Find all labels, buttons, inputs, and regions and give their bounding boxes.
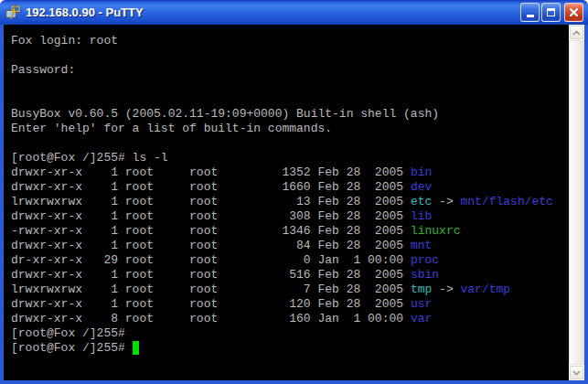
terminal-line: BusyBox v0.60.5 (2005.02.11-19:09+0000) … [11, 107, 569, 122]
terminal-line: drwxr-xr-x 1 root root 1352 Feb 28 2005 … [11, 165, 569, 180]
terminal-text-segment: etc [411, 195, 432, 208]
terminal-line: drwxr-xr-x 1 root root 308 Feb 28 2005 l… [11, 209, 569, 224]
window-title: 192.168.0.90 - PuTTY [26, 5, 520, 19]
terminal-text-segment: drwxr-xr-x 1 root root 120 Feb 28 2005 [11, 297, 411, 311]
terminal-client-area: Fox login: rootPassword:BusyBox v0.60.5 … [4, 25, 584, 380]
terminal-text-segment: lrwxrwxrwx 1 root root 13 Feb 28 2005 [11, 195, 411, 208]
minimize-icon [527, 15, 534, 17]
terminal-text-segment: mnt [411, 239, 432, 252]
terminal-text-segment: lrwxrwxrwx 1 root root 7 Feb 28 2005 [11, 283, 411, 296]
terminal-text-segment: [root@Fox /]255# ls -l [11, 151, 168, 165]
scrollbar[interactable] [569, 25, 584, 380]
terminal-line: Password: [11, 63, 569, 78]
terminal-line: drwxr-xr-x 1 root root 516 Feb 28 2005 s… [11, 268, 569, 283]
terminal-text-segment: var [411, 312, 432, 325]
terminal-line: -rwxr-xr-x 1 root root 1346 Feb 28 2005 … [11, 224, 569, 239]
terminal-text-segment: tmp [411, 283, 432, 296]
scroll-down-button[interactable] [569, 365, 584, 380]
terminal-line: drwxr-xr-x 1 root root 1660 Feb 28 2005 … [11, 180, 569, 195]
terminal-text-segment: dev [411, 180, 432, 194]
terminal-line [11, 136, 569, 151]
close-icon [568, 6, 580, 18]
terminal-text-segment: sbin [411, 268, 439, 282]
terminal-text-segment: Fox login: root [11, 34, 118, 48]
terminal-text-segment: -> [432, 195, 460, 208]
terminal-text-segment: dr-xr-xr-x 29 root root 0 Jan 1 00:00 [11, 253, 411, 267]
putty-icon [5, 5, 21, 20]
terminal-text-segment: drwxr-xr-x 1 root root 84 Feb 28 2005 [11, 239, 411, 252]
chevron-down-icon [572, 370, 581, 376]
terminal-text-segment: [root@Fox /]255# [11, 326, 125, 340]
terminal-text-segment: linuxrc [411, 224, 461, 238]
scroll-up-button[interactable] [569, 25, 584, 40]
terminal-text-segment: Enter 'help' for a list of built-in comm… [11, 122, 332, 135]
terminal-line [11, 48, 569, 63]
terminal-text-segment: drwxr-xr-x 1 root root 1660 Feb 28 2005 [11, 180, 411, 194]
terminal-text-segment: drwxr-xr-x 1 root root 516 Feb 28 2005 [11, 268, 411, 282]
terminal-text-segment: drwxr-xr-x 8 root root 160 Jan 1 00:00 [11, 312, 411, 325]
terminal-text-segment: lib [411, 209, 432, 223]
terminal-text-segment: BusyBox v0.60.5 (2005.02.11-19:09+0000) … [11, 107, 439, 121]
terminal-line: lrwxrwxrwx 1 root root 13 Feb 28 2005 et… [11, 195, 569, 209]
terminal-line: lrwxrwxrwx 1 root root 7 Feb 28 2005 tmp… [11, 283, 569, 297]
terminal-line: [root@Fox /]255# [11, 326, 569, 341]
terminal-line: drwxr-xr-x 1 root root 120 Feb 28 2005 u… [11, 297, 569, 312]
maximize-icon [547, 8, 555, 16]
terminal-text-segment: drwxr-xr-x 1 root root 1352 Feb 28 2005 [11, 165, 411, 179]
chevron-up-icon [572, 30, 581, 36]
terminal-line [11, 78, 569, 92]
terminal-line: Fox login: root [11, 34, 569, 48]
terminal-text-segment: Password: [11, 63, 75, 77]
close-button[interactable] [564, 3, 583, 22]
terminal-text-segment: [root@Fox /]255# [11, 341, 133, 355]
terminal-screen[interactable]: Fox login: rootPassword:BusyBox v0.60.5 … [4, 25, 569, 380]
minimize-button[interactable] [520, 3, 540, 22]
terminal-text-segment: -rwxr-xr-x 1 root root 1346 Feb 28 2005 [11, 224, 411, 238]
terminal-line: drwxr-xr-x 8 root root 160 Jan 1 00:00 v… [11, 312, 569, 326]
terminal-line: [root@Fox /]255# [11, 341, 569, 356]
terminal-line [11, 92, 569, 107]
terminal-line: drwxr-xr-x 1 root root 84 Feb 28 2005 mn… [11, 239, 569, 253]
terminal-line: [root@Fox /]255# ls -l [11, 151, 569, 165]
terminal-text-segment: proc [411, 253, 439, 267]
putty-window: 192.168.0.90 - PuTTY Fox login: rootPass… [0, 0, 588, 384]
terminal-text-segment: var/tmp [461, 283, 511, 296]
terminal-text-segment: bin [411, 165, 432, 179]
terminal-line: Enter 'help' for a list of built-in comm… [11, 122, 569, 136]
terminal-text-segment: usr [411, 297, 432, 311]
terminal-line: dr-xr-xr-x 29 root root 0 Jan 1 00:00 pr… [11, 253, 569, 268]
titlebar[interactable]: 192.168.0.90 - PuTTY [0, 0, 588, 25]
scrollbar-thumb[interactable] [569, 40, 584, 365]
terminal-cursor [133, 341, 140, 355]
terminal-text-segment: mnt/flash/etc [461, 195, 553, 208]
terminal-text-segment: drwxr-xr-x 1 root root 308 Feb 28 2005 [11, 209, 411, 223]
terminal-text-segment: -> [432, 283, 460, 296]
maximize-button[interactable] [541, 3, 561, 22]
